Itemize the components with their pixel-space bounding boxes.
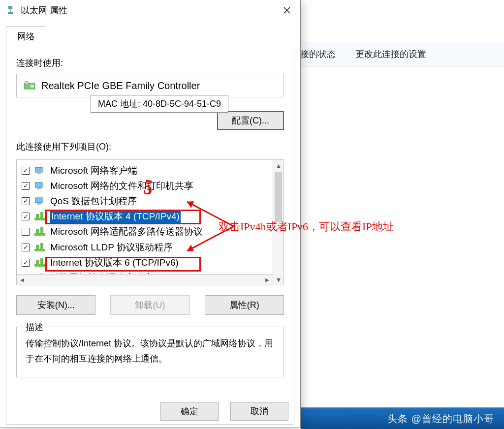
svg-rect-9: [37, 188, 41, 189]
checkbox[interactable]: [22, 259, 30, 267]
ethernet-icon: [6, 5, 15, 16]
description-text: 传输控制协议/Internet 协议。该协议是默认的广域网络协议，用于在不同的相…: [26, 336, 275, 366]
checkbox[interactable]: [22, 228, 30, 236]
ethernet-properties-dialog: 以太网 属性 网络 连接时使用: Realtek PCIe GBE Family…: [0, 0, 301, 428]
tab-panel: 连接时使用: Realtek PCIe GBE Family Controlle…: [6, 46, 294, 425]
scroll-left-icon[interactable]: ◂: [17, 275, 28, 285]
svg-rect-1: [10, 9, 11, 12]
svg-rect-19: [36, 245, 39, 249]
watermark: 头条 @曾经的电脑小哥: [387, 412, 494, 426]
list-item-label: Internet 协议版本 6 (TCP/IPv6): [50, 256, 179, 269]
svg-rect-20: [40, 243, 43, 249]
tab-network[interactable]: 网络: [6, 26, 46, 46]
titlebar: 以太网 属性: [0, 0, 300, 21]
svg-rect-4: [25, 81, 28, 84]
list-item[interactable]: Microsoft LLDP 协议驱动程序: [19, 240, 282, 255]
annotation-note: 双击IPv4h或者IPv6，可以查看IP地址: [219, 219, 394, 234]
svg-rect-17: [40, 227, 43, 233]
protocol-icon: [34, 243, 45, 252]
svg-rect-6: [35, 167, 42, 172]
svg-rect-23: [40, 258, 43, 264]
list-item-label: Microsoft LLDP 协议驱动程序: [50, 241, 173, 254]
svg-rect-8: [35, 183, 42, 187]
tabs-row: 网络: [0, 21, 300, 46]
list-item-label: Microsoft 网络客户端: [50, 164, 137, 177]
dialog-title: 以太网 属性: [21, 4, 67, 16]
cancel-button[interactable]: 取消: [230, 402, 288, 421]
install-button[interactable]: 安装(N)...: [16, 295, 95, 315]
description-group: 描述 传输控制协议/Internet 协议。该协议是默认的广域网络协议，用于在不…: [16, 327, 284, 377]
svg-rect-2: [8, 12, 13, 14]
checkbox[interactable]: [22, 213, 30, 220]
close-button[interactable]: [274, 0, 300, 21]
list-item-label: QoS 数据包计划程序: [50, 195, 137, 208]
protocol-icon: [34, 258, 45, 267]
items-label: 此连接使用下列项目(O):: [16, 141, 284, 153]
checkbox[interactable]: [22, 182, 30, 190]
svg-rect-13: [36, 214, 39, 218]
nic-icon: [24, 81, 35, 90]
svg-rect-12: [34, 218, 45, 220]
scroll-up-icon[interactable]: ▴: [273, 160, 284, 171]
scroll-down-icon[interactable]: ▾: [273, 274, 284, 285]
client-icon: [34, 182, 45, 190]
svg-rect-7: [37, 173, 41, 174]
horizontal-scrollbar[interactable]: ◂ ▸: [17, 274, 273, 285]
scroll-right-icon[interactable]: ▸: [262, 275, 273, 285]
protocol-icon: [34, 227, 45, 236]
list-item[interactable]: Internet 协议版本 6 (TCP/IPv6): [19, 255, 282, 270]
scroll-thumb[interactable]: [275, 172, 282, 222]
svg-rect-21: [34, 264, 45, 267]
svg-rect-5: [31, 85, 34, 88]
background-taskbar: 头条 @曾经的电脑小哥: [301, 408, 504, 429]
svg-rect-15: [34, 233, 45, 236]
uninstall-button: 卸载(U): [110, 295, 189, 315]
mac-tooltip: MAC 地址: 40-8D-5C-94-51-C9: [91, 95, 228, 113]
svg-rect-22: [36, 260, 39, 264]
bg-toolbar-link-settings[interactable]: 更改此连接的设置: [355, 48, 426, 60]
list-item-label: Internet 协议版本 4 (TCP/IPv4): [50, 210, 181, 223]
list-item-label: Microsoft 网络的文件和打印机共享: [50, 180, 193, 192]
svg-rect-18: [34, 249, 45, 251]
properties-button[interactable]: 属性(R): [205, 295, 284, 315]
description-legend: 描述: [23, 321, 46, 333]
checkbox[interactable]: [22, 197, 30, 205]
svg-rect-0: [9, 6, 12, 8]
list-item-label: Microsoft 网络适配器多路传送器协议: [50, 225, 203, 238]
checkbox[interactable]: [22, 244, 30, 251]
protocol-icon: [34, 212, 45, 221]
ok-button[interactable]: 确定: [160, 402, 219, 421]
svg-rect-14: [40, 212, 43, 218]
svg-rect-11: [37, 203, 41, 205]
configure-button[interactable]: 配置(C)...: [217, 111, 284, 130]
bg-toolbar-link-status[interactable]: 接的状态: [300, 48, 336, 60]
checkbox[interactable]: [22, 167, 30, 175]
adapter-box[interactable]: Realtek PCIe GBE Family Controller MAC 地…: [16, 74, 284, 97]
adapter-name: Realtek PCIe GBE Family Controller: [41, 80, 200, 92]
svg-rect-16: [36, 229, 39, 233]
client-icon: [34, 197, 45, 206]
connect-using-label: 连接时使用:: [16, 57, 284, 69]
svg-rect-10: [35, 198, 42, 203]
client-icon: [34, 166, 45, 175]
